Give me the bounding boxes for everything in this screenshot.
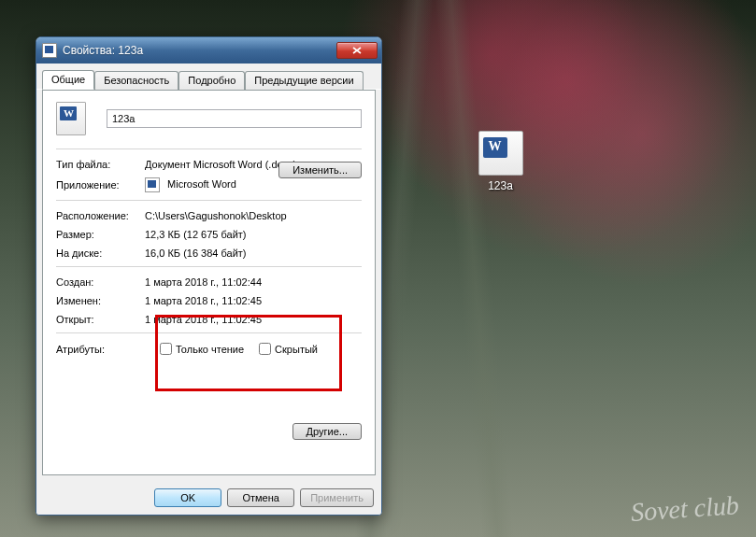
checkbox-hidden-wrap: Скрытый: [259, 343, 318, 355]
apply-button[interactable]: Применить: [300, 488, 374, 507]
word-document-icon: [56, 102, 86, 135]
ok-button[interactable]: OK: [154, 488, 221, 507]
file-header: [56, 102, 362, 135]
word-document-icon: [478, 131, 523, 176]
properties-dialog: Свойства: 123а Общие Безопасность Подроб…: [36, 36, 382, 516]
label-modified: Изменен:: [56, 295, 145, 306]
titlebar[interactable]: Свойства: 123а: [36, 37, 381, 64]
label-filetype: Тип файла:: [56, 159, 145, 170]
divider: [56, 200, 362, 201]
change-button[interactable]: Изменить...: [278, 162, 362, 178]
checkbox-readonly[interactable]: [160, 343, 172, 355]
dialog-button-bar: OK Отмена Применить: [36, 481, 381, 515]
close-button[interactable]: [336, 42, 378, 59]
row-attributes: Атрибуты: Только чтение Скрытый: [56, 343, 362, 355]
checkbox-hidden[interactable]: [259, 343, 271, 355]
label-readonly: Только чтение: [176, 344, 244, 355]
value-accessed: 1 марта 2018 г., 11:02:45: [145, 314, 362, 325]
divider: [56, 148, 362, 149]
row-accessed: Открыт: 1 марта 2018 г., 11:02:45: [56, 314, 362, 325]
label-application: Приложение:: [56, 179, 145, 191]
close-icon: [352, 47, 362, 54]
label-created: Создан:: [56, 276, 145, 288]
desktop-file-label: 123а: [465, 179, 535, 192]
value-created: 1 марта 2018 г., 11:02:44: [145, 276, 362, 288]
tab-details[interactable]: Подробно: [178, 71, 245, 91]
label-location: Расположение:: [56, 210, 145, 221]
checkbox-readonly-wrap: Только чтение: [160, 343, 244, 355]
word-icon: [42, 43, 57, 58]
label-size: Размер:: [56, 229, 145, 240]
divider: [56, 332, 362, 333]
label-hidden: Скрытый: [275, 344, 318, 355]
value-location: C:\Users\Gagushonok\Desktop: [145, 210, 362, 221]
row-size-on-disk: На диске: 16,0 КБ (16 384 байт): [56, 247, 362, 259]
other-attributes-button[interactable]: Другие...: [292, 423, 362, 440]
row-location: Расположение: C:\Users\Gagushonok\Deskto…: [56, 210, 362, 221]
row-size: Размер: 12,3 КБ (12 675 байт): [56, 229, 362, 240]
tabstrip: Общие Безопасность Подробно Предыдущие в…: [36, 64, 381, 90]
window-title: Свойства: 123а: [63, 44, 336, 57]
label-accessed: Открыт:: [56, 314, 145, 325]
tab-general[interactable]: Общие: [42, 70, 94, 90]
row-modified: Изменен: 1 марта 2018 г., 11:02:45: [56, 295, 362, 306]
desktop-file-icon[interactable]: 123а: [465, 131, 535, 192]
value-modified: 1 марта 2018 г., 11:02:45: [145, 295, 362, 306]
tab-previous-versions[interactable]: Предыдущие версии: [245, 71, 363, 91]
row-created: Создан: 1 марта 2018 г., 11:02:44: [56, 276, 362, 288]
divider: [56, 266, 362, 267]
cancel-button[interactable]: Отмена: [227, 488, 294, 507]
tab-content-general: Тип файла: Документ Microsoft Word (.doc…: [42, 90, 376, 475]
value-size: 12,3 КБ (12 675 байт): [145, 229, 362, 240]
value-application: Microsoft Word: [145, 177, 362, 192]
row-application: Приложение: Microsoft Word: [56, 177, 362, 192]
value-size-on-disk: 16,0 КБ (16 384 байт): [145, 247, 362, 259]
label-size-on-disk: На диске:: [56, 247, 145, 259]
word-icon: [145, 177, 160, 192]
label-attributes: Атрибуты:: [56, 344, 145, 355]
application-name: Microsoft Word: [167, 178, 236, 190]
tab-security[interactable]: Безопасность: [94, 71, 178, 91]
filename-input[interactable]: [107, 109, 362, 128]
